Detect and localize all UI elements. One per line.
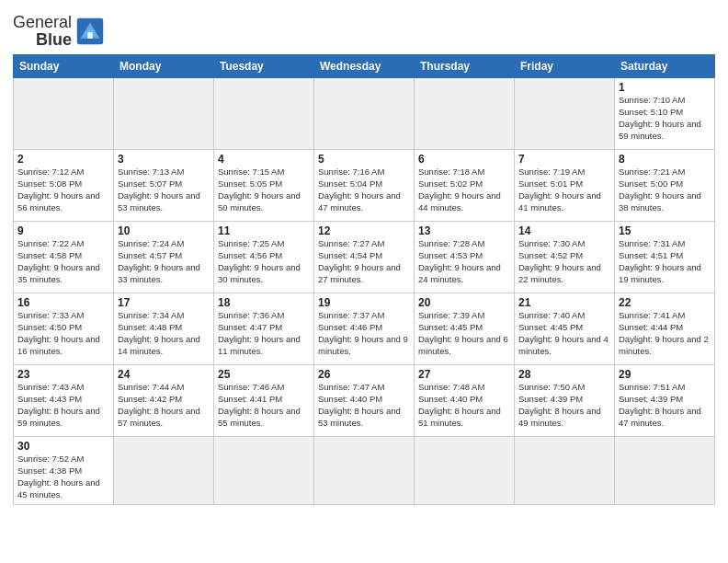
day-number: 8	[619, 153, 711, 166]
calendar-cell	[14, 78, 114, 150]
calendar-cell	[214, 78, 314, 150]
calendar-cell	[114, 437, 214, 504]
calendar-cell	[615, 437, 715, 504]
calendar-cell: 24Sunrise: 7:44 AM Sunset: 4:42 PM Dayli…	[114, 365, 214, 437]
day-info: Sunrise: 7:36 AM Sunset: 4:47 PM Dayligh…	[218, 310, 310, 357]
calendar-cell	[515, 437, 615, 504]
day-number: 19	[318, 296, 410, 309]
day-info: Sunrise: 7:30 AM Sunset: 4:52 PM Dayligh…	[518, 238, 610, 285]
calendar-cell: 29Sunrise: 7:51 AM Sunset: 4:39 PM Dayli…	[615, 365, 715, 437]
day-number: 28	[518, 368, 610, 381]
calendar-cell: 13Sunrise: 7:28 AM Sunset: 4:53 PM Dayli…	[415, 222, 515, 293]
day-number: 15	[619, 224, 711, 237]
calendar-cell: 20Sunrise: 7:39 AM Sunset: 4:45 PM Dayli…	[415, 293, 515, 365]
day-number: 3	[118, 153, 210, 166]
day-number: 14	[518, 224, 610, 237]
calendar-cell: 12Sunrise: 7:27 AM Sunset: 4:54 PM Dayli…	[314, 222, 415, 293]
day-info: Sunrise: 7:51 AM Sunset: 4:39 PM Dayligh…	[619, 382, 711, 429]
weekday-header: Wednesday	[314, 55, 415, 78]
calendar-cell	[415, 78, 515, 150]
calendar-cell: 7Sunrise: 7:19 AM Sunset: 5:01 PM Daylig…	[515, 150, 615, 222]
calendar-cell: 16Sunrise: 7:33 AM Sunset: 4:50 PM Dayli…	[14, 293, 114, 365]
calendar-cell: 28Sunrise: 7:50 AM Sunset: 4:39 PM Dayli…	[515, 365, 615, 437]
calendar-cell: 22Sunrise: 7:41 AM Sunset: 4:44 PM Dayli…	[615, 293, 715, 365]
day-number: 4	[218, 153, 310, 166]
calendar-table: SundayMondayTuesdayWednesdayThursdayFrid…	[13, 54, 715, 504]
calendar-cell: 21Sunrise: 7:40 AM Sunset: 4:45 PM Dayli…	[515, 293, 615, 365]
calendar-cell: 5Sunrise: 7:16 AM Sunset: 5:04 PM Daylig…	[314, 150, 415, 222]
day-info: Sunrise: 7:16 AM Sunset: 5:04 PM Dayligh…	[318, 167, 410, 213]
day-info: Sunrise: 7:13 AM Sunset: 5:07 PM Dayligh…	[118, 167, 210, 213]
day-number: 21	[518, 296, 610, 309]
day-info: Sunrise: 7:27 AM Sunset: 4:54 PM Dayligh…	[318, 238, 410, 285]
calendar-cell: 17Sunrise: 7:34 AM Sunset: 4:48 PM Dayli…	[114, 293, 214, 365]
day-info: Sunrise: 7:22 AM Sunset: 4:58 PM Dayligh…	[17, 238, 109, 285]
day-info: Sunrise: 7:50 AM Sunset: 4:39 PM Dayligh…	[518, 382, 610, 429]
weekday-header: Monday	[114, 55, 214, 78]
calendar-cell: 6Sunrise: 7:18 AM Sunset: 5:02 PM Daylig…	[415, 150, 515, 222]
day-number: 6	[418, 153, 510, 166]
calendar-cell: 11Sunrise: 7:25 AM Sunset: 4:56 PM Dayli…	[214, 222, 314, 293]
logo-icon	[75, 17, 105, 46]
day-number: 30	[17, 440, 109, 453]
day-number: 20	[418, 296, 510, 309]
calendar-cell: 1Sunrise: 7:10 AM Sunset: 5:10 PM Daylig…	[615, 78, 715, 150]
day-number: 12	[318, 224, 410, 237]
calendar-cell: 25Sunrise: 7:46 AM Sunset: 4:41 PM Dayli…	[214, 365, 314, 437]
day-number: 26	[318, 368, 410, 381]
day-info: Sunrise: 7:52 AM Sunset: 4:38 PM Dayligh…	[17, 454, 109, 500]
day-number: 23	[17, 368, 109, 381]
day-info: Sunrise: 7:15 AM Sunset: 5:05 PM Dayligh…	[218, 167, 310, 213]
day-number: 29	[619, 368, 711, 381]
logo-blue: Blue	[36, 30, 72, 50]
svg-rect-3	[87, 32, 92, 39]
calendar-cell: 18Sunrise: 7:36 AM Sunset: 4:47 PM Dayli…	[214, 293, 314, 365]
calendar-cell: 10Sunrise: 7:24 AM Sunset: 4:57 PM Dayli…	[114, 222, 214, 293]
calendar-cell: 9Sunrise: 7:22 AM Sunset: 4:58 PM Daylig…	[14, 222, 114, 293]
day-info: Sunrise: 7:12 AM Sunset: 5:08 PM Dayligh…	[17, 167, 109, 213]
calendar-cell: 27Sunrise: 7:48 AM Sunset: 4:40 PM Dayli…	[415, 365, 515, 437]
day-info: Sunrise: 7:19 AM Sunset: 5:01 PM Dayligh…	[518, 167, 610, 213]
day-number: 11	[218, 224, 310, 237]
day-number: 25	[218, 368, 310, 381]
day-number: 10	[118, 224, 210, 237]
weekday-header: Saturday	[615, 55, 715, 78]
calendar-cell: 19Sunrise: 7:37 AM Sunset: 4:46 PM Dayli…	[314, 293, 415, 365]
weekday-header: Sunday	[14, 55, 114, 78]
calendar-cell: 4Sunrise: 7:15 AM Sunset: 5:05 PM Daylig…	[214, 150, 314, 222]
calendar-cell: 14Sunrise: 7:30 AM Sunset: 4:52 PM Dayli…	[515, 222, 615, 293]
day-info: Sunrise: 7:28 AM Sunset: 4:53 PM Dayligh…	[418, 238, 510, 285]
day-info: Sunrise: 7:18 AM Sunset: 5:02 PM Dayligh…	[418, 167, 510, 213]
day-info: Sunrise: 7:39 AM Sunset: 4:45 PM Dayligh…	[418, 310, 510, 357]
day-info: Sunrise: 7:40 AM Sunset: 4:45 PM Dayligh…	[518, 310, 610, 357]
day-number: 1	[619, 81, 711, 94]
day-info: Sunrise: 7:43 AM Sunset: 4:43 PM Dayligh…	[17, 382, 109, 429]
day-number: 2	[17, 153, 109, 166]
calendar-cell: 2Sunrise: 7:12 AM Sunset: 5:08 PM Daylig…	[14, 150, 114, 222]
day-info: Sunrise: 7:21 AM Sunset: 5:00 PM Dayligh…	[619, 167, 711, 213]
day-info: Sunrise: 7:46 AM Sunset: 4:41 PM Dayligh…	[218, 382, 310, 429]
calendar-cell: 30Sunrise: 7:52 AM Sunset: 4:38 PM Dayli…	[14, 437, 114, 504]
weekday-header: Tuesday	[214, 55, 314, 78]
calendar-cell: 3Sunrise: 7:13 AM Sunset: 5:07 PM Daylig…	[114, 150, 214, 222]
day-info: Sunrise: 7:33 AM Sunset: 4:50 PM Dayligh…	[17, 310, 109, 357]
calendar-cell: 26Sunrise: 7:47 AM Sunset: 4:40 PM Dayli…	[314, 365, 415, 437]
day-info: Sunrise: 7:44 AM Sunset: 4:42 PM Dayligh…	[118, 382, 210, 429]
day-info: Sunrise: 7:25 AM Sunset: 4:56 PM Dayligh…	[218, 238, 310, 285]
day-info: Sunrise: 7:10 AM Sunset: 5:10 PM Dayligh…	[619, 95, 711, 142]
day-info: Sunrise: 7:24 AM Sunset: 4:57 PM Dayligh…	[118, 238, 210, 285]
day-number: 9	[17, 224, 109, 237]
calendar-cell	[515, 78, 615, 150]
day-number: 17	[118, 296, 210, 309]
day-number: 16	[17, 296, 109, 309]
day-info: Sunrise: 7:37 AM Sunset: 4:46 PM Dayligh…	[318, 310, 410, 357]
day-info: Sunrise: 7:41 AM Sunset: 4:44 PM Dayligh…	[619, 310, 711, 357]
calendar-cell	[114, 78, 214, 150]
calendar-cell	[415, 437, 515, 504]
calendar-cell: 23Sunrise: 7:43 AM Sunset: 4:43 PM Dayli…	[14, 365, 114, 437]
day-number: 13	[418, 224, 510, 237]
header: General Blue	[13, 9, 715, 49]
calendar-page: General Blue SundayMondayTuesdayWednesda…	[0, 0, 728, 563]
weekday-header: Thursday	[415, 55, 515, 78]
calendar-cell	[214, 437, 314, 504]
